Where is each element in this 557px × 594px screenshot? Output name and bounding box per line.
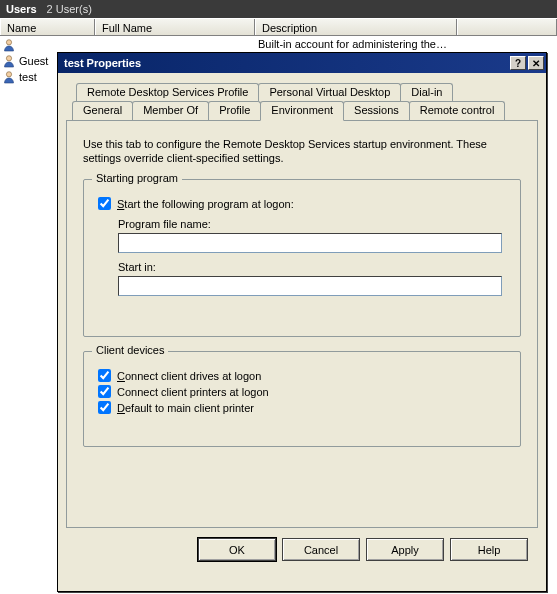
tab-rds-profile[interactable]: Remote Desktop Services Profile [76, 83, 259, 101]
column-description[interactable]: Description [255, 19, 457, 35]
question-icon: ? [515, 58, 521, 69]
user-icon [2, 70, 16, 84]
ok-button[interactable]: OK [198, 538, 276, 561]
label-start-in: Start in: [118, 261, 506, 273]
dialog-button-row: OK Cancel Apply Help [66, 528, 538, 561]
column-trailing [457, 19, 557, 35]
user-count: 2 User(s) [47, 0, 92, 18]
checkbox-connect-printers[interactable] [98, 385, 111, 398]
user-icon [2, 54, 16, 68]
checkbox-connect-printers-label: Connect client printers at logon [117, 386, 269, 398]
tab-remote-control[interactable]: Remote control [409, 101, 506, 120]
tab-strip: Remote Desktop Services Profile Personal… [66, 83, 538, 528]
checkbox-default-printer[interactable] [98, 401, 111, 414]
tab-profile[interactable]: Profile [208, 101, 261, 120]
cancel-button[interactable]: Cancel [282, 538, 360, 561]
column-headers: Name Full Name Description [0, 18, 557, 36]
tab-dialin[interactable]: Dial-in [400, 83, 453, 101]
group-starting-program: Starting program Start the following pro… [83, 179, 521, 337]
group-legend: Client devices [92, 344, 168, 356]
app-titlebar: Users 2 User(s) [0, 0, 557, 18]
intro-text: Use this tab to configure the Remote Des… [83, 137, 521, 165]
checkbox-connect-drives[interactable] [98, 369, 111, 382]
dialog-titlebar[interactable]: test Properties ? ✕ [58, 53, 546, 73]
checkbox-default-printer-label: Default to main client printer [117, 402, 254, 414]
dialog-body: Remote Desktop Services Profile Personal… [58, 73, 546, 569]
dialog-title: test Properties [64, 57, 141, 69]
apply-button[interactable]: Apply [366, 538, 444, 561]
row-label-guest: Guest [19, 55, 48, 67]
checkbox-connect-drives-label: Connect client drives at logon [117, 370, 261, 382]
user-list: Built-in account for administering the… … [0, 36, 557, 592]
tab-personal-virtual-desktop[interactable]: Personal Virtual Desktop [258, 83, 401, 101]
help-button-bottom[interactable]: Help [450, 538, 528, 561]
input-program-file[interactable] [118, 233, 502, 253]
list-item[interactable]: test [2, 69, 37, 85]
row-builtin-desc: Built-in account for administering the… [258, 38, 447, 50]
svg-point-2 [6, 72, 11, 77]
tab-panel-environment: Use this tab to configure the Remote Des… [66, 120, 538, 528]
svg-point-0 [6, 40, 11, 45]
help-button[interactable]: ? [510, 56, 526, 70]
checkbox-start-program[interactable] [98, 197, 111, 210]
tab-member-of[interactable]: Member Of [132, 101, 209, 120]
group-client-devices: Client devices Connect client drives at … [83, 351, 521, 447]
tab-sessions[interactable]: Sessions [343, 101, 410, 120]
checkbox-start-program-label: Start the following program at logon: [117, 198, 294, 210]
close-icon: ✕ [532, 58, 540, 69]
user-icon [2, 38, 16, 52]
app-title: Users [6, 0, 37, 18]
properties-dialog: test Properties ? ✕ Remote Desktop Servi… [57, 52, 547, 592]
svg-point-1 [6, 56, 11, 61]
close-button[interactable]: ✕ [528, 56, 544, 70]
group-legend: Starting program [92, 172, 182, 184]
list-item[interactable] [2, 37, 16, 53]
list-item[interactable]: Guest [2, 53, 48, 69]
tab-environment[interactable]: Environment [260, 101, 344, 121]
column-fullname[interactable]: Full Name [95, 19, 255, 35]
label-program-file: Program file name: [118, 218, 506, 230]
column-name[interactable]: Name [0, 19, 95, 35]
input-start-in[interactable] [118, 276, 502, 296]
tab-general[interactable]: General [72, 101, 133, 120]
row-label-test: test [19, 71, 37, 83]
